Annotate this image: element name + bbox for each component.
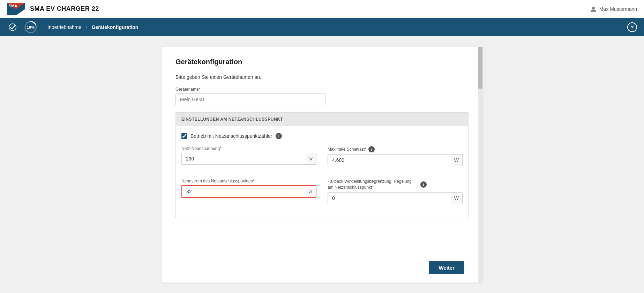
fallback-input-group: W xyxy=(328,192,463,204)
device-name-label: Gerätename* xyxy=(175,87,325,92)
nav-left: 18% Inbetriebnahme › Gerätekonfiguration xyxy=(7,20,142,34)
nennstrom-input[interactable] xyxy=(181,185,306,198)
nav-steps: Inbetriebnahme › Gerätekonfiguration xyxy=(43,24,142,30)
netz-nennspannung-input[interactable] xyxy=(181,153,306,165)
weiter-button[interactable]: Weiter xyxy=(429,261,464,274)
nennstrom-unit: A xyxy=(306,185,316,198)
device-name-group: Gerätename* xyxy=(175,87,325,105)
user-icon xyxy=(590,6,597,12)
device-name-input[interactable] xyxy=(175,93,325,105)
checkbox-label: Betrieb mit Netzanschlusspunktzähler xyxy=(190,133,272,139)
help-button[interactable]: ? xyxy=(627,22,637,32)
netz-nennspannung-group: Netz-Nennspannung* V xyxy=(181,146,316,166)
checkbox-row: Betrieb mit Netzanschlusspunktzähler i xyxy=(181,133,463,139)
fallback-unit: W xyxy=(451,192,463,204)
page-title: Gerätekonfiguration xyxy=(175,58,469,66)
app-header: SMA SMA EV CHARGER 22 Max Mustermann xyxy=(0,0,644,18)
maximale-schieflast-label: Maximale Schieflast* xyxy=(328,147,366,152)
fallback-group: Fallback Wirkleistungsbegrenzung, Regelu… xyxy=(328,179,463,204)
nav-bar: 18% Inbetriebnahme › Gerätekonfiguration… xyxy=(0,18,644,36)
maximale-schieflast-label-row: Maximale Schieflast* i xyxy=(328,146,463,152)
netz-nennspannung-label-row: Netz-Nennspannung* xyxy=(181,146,316,151)
header-right: Max Mustermann xyxy=(590,6,637,12)
maximale-schieflast-input-group: W xyxy=(328,154,463,166)
page-description: Bitte geben Sie einen Gerätenamen an. xyxy=(175,74,469,80)
fallback-label-row: Fallback Wirkleistungsbegrenzung, Regelu… xyxy=(328,179,463,190)
progress-circle: 18% xyxy=(24,20,38,34)
app-title: SMA EV CHARGER 22 xyxy=(30,5,99,13)
netzanschlusspunkt-checkbox[interactable] xyxy=(181,133,187,139)
nav-step-geraetekonfiguration[interactable]: Gerätekonfiguration xyxy=(88,24,143,30)
nav-step-inbetriebnahme[interactable]: Inbetriebnahme xyxy=(43,24,85,30)
main-content: Gerätekonfiguration Bitte geben Sie eine… xyxy=(0,36,644,293)
config-card: Gerätekonfiguration Bitte geben Sie eine… xyxy=(162,47,482,283)
nennstrom-input-group: A xyxy=(181,185,316,198)
fallback-info-icon[interactable]: i xyxy=(420,181,427,188)
header-left: SMA SMA EV CHARGER 22 xyxy=(7,3,99,15)
section-body: Betrieb mit Netzanschlusspunktzähler i N… xyxy=(176,126,468,218)
fallback-label: Fallback Wirkleistungsbegrenzung, Regelu… xyxy=(328,179,418,190)
card-footer: Weiter xyxy=(429,261,464,274)
svg-point-4 xyxy=(592,7,595,9)
maximale-schieflast-unit: W xyxy=(451,154,463,166)
sma-logo: SMA xyxy=(7,3,25,15)
wizard-icon[interactable] xyxy=(7,22,18,33)
nennstrom-group: Nennstrom des Netzanschlusspunktes* A xyxy=(181,179,316,204)
maximale-schieflast-group: Maximale Schieflast* i W xyxy=(328,146,463,166)
checkbox-info-icon[interactable]: i xyxy=(276,133,282,139)
svg-text:SMA: SMA xyxy=(9,4,17,8)
nennstrom-label: Nennstrom des Netzanschlusspunktes* xyxy=(181,179,254,183)
fallback-input[interactable] xyxy=(328,192,451,204)
netzanschlusspunkt-section: EINSTELLUNGEN AM NETZANSCHLUSSPUNKT Betr… xyxy=(175,112,469,218)
user-name: Max Mustermann xyxy=(599,6,637,12)
netz-nennspannung-input-group: V xyxy=(181,153,316,165)
fields-grid: Netz-Nennspannung* V Maximale Schieflast… xyxy=(181,146,463,211)
section-header: EINSTELLUNGEN AM NETZANSCHLUSSPUNKT xyxy=(176,113,468,126)
maximale-schieflast-info-icon[interactable]: i xyxy=(368,146,375,152)
nennstrom-label-row: Nennstrom des Netzanschlusspunktes* xyxy=(181,179,316,183)
netz-nennspannung-label: Netz-Nennspannung* xyxy=(181,146,222,151)
progress-label: 18% xyxy=(27,25,35,29)
scrollbar-thumb[interactable] xyxy=(478,47,482,89)
maximale-schieflast-input[interactable] xyxy=(328,154,451,166)
netz-nennspannung-unit: V xyxy=(306,153,316,165)
